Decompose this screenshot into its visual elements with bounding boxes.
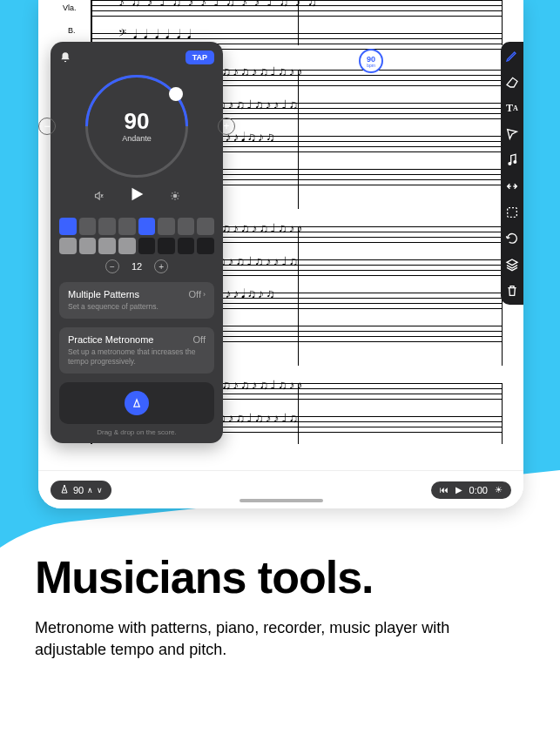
undo-icon[interactable] — [505, 232, 519, 246]
pattern-cell[interactable] — [118, 238, 136, 255]
option-description: Set up a metronome that increases the te… — [68, 347, 206, 367]
chevron-down-icon[interactable]: ∨ — [97, 486, 103, 495]
chevron-up-icon[interactable]: ∧ — [87, 486, 93, 495]
drop-hint: Drag & drop on the score. — [59, 428, 214, 436]
pattern-cell[interactable] — [158, 218, 175, 235]
metronome-drop-icon[interactable] — [125, 391, 149, 415]
option-title: Practice Metronome — [68, 334, 153, 345]
bpm-value: 90 — [122, 110, 152, 132]
tempo-decrease-button[interactable]: − — [38, 118, 56, 135]
pattern-cell[interactable] — [178, 238, 195, 255]
previous-icon[interactable]: ⏮ — [440, 485, 449, 495]
pattern-cell[interactable] — [197, 218, 214, 235]
pattern-count: 12 — [132, 261, 142, 272]
practice-metronome-row[interactable]: Practice Metronome Off Set up a metronom… — [59, 327, 214, 374]
instrument-label: Vla. — [63, 3, 77, 12]
svg-rect-2 — [508, 208, 517, 218]
metronome-icon — [59, 484, 70, 496]
bell-icon[interactable] — [59, 51, 71, 64]
pattern-cell[interactable] — [59, 218, 77, 235]
chevron-right-icon: › — [203, 290, 206, 299]
play-button[interactable] — [127, 185, 146, 209]
trash-icon[interactable] — [505, 284, 519, 298]
tempo-marker-bpm: 90 — [367, 55, 375, 64]
tempo-dial-knob[interactable] — [169, 87, 183, 101]
pattern-cell[interactable] — [118, 218, 136, 235]
option-title: Multiple Patterns — [68, 289, 139, 299]
player-control-pill[interactable]: ⏮ ▶ 0:00 ☀ — [431, 481, 511, 499]
flash-icon[interactable] — [169, 190, 181, 205]
option-value: Off — [189, 289, 201, 299]
multiple-patterns-row[interactable]: Multiple Patterns Off › Set a sequence o… — [59, 282, 214, 319]
tempo-increase-button[interactable]: + — [218, 118, 235, 135]
music-symbol-tool-icon[interactable] — [505, 153, 519, 167]
marketing-headline: Musicians tools. — [35, 554, 525, 602]
pattern-add-button[interactable]: + — [154, 259, 168, 273]
pattern-cell[interactable] — [138, 238, 156, 255]
beat-pattern-grid[interactable] — [59, 218, 214, 254]
layers-icon[interactable] — [505, 258, 519, 272]
pattern-cell[interactable] — [138, 218, 156, 235]
tap-tempo-button[interactable]: TAP — [186, 50, 214, 64]
pattern-cell[interactable] — [158, 238, 175, 255]
selection-tool-icon[interactable] — [505, 205, 519, 219]
pattern-cell[interactable] — [98, 218, 116, 235]
pattern-cell[interactable] — [79, 218, 97, 235]
metronome-panel: TAP − 90 Andante + — [51, 42, 223, 443]
option-description: Set a sequence of patterns. — [68, 302, 206, 312]
pen-tool-icon[interactable] — [505, 49, 519, 63]
tempo-marker[interactable]: 90 bpm — [359, 49, 383, 73]
tempo-dial[interactable]: 90 Andante — [80, 70, 193, 183]
tempo-value: 90 — [73, 485, 84, 495]
playback-time: 0:00 — [469, 485, 488, 495]
score-area[interactable]: Vla. B. ♪ ♫ ♪ ♩ ♫ ♪ ♪ ♩ ♫ ♪ ♪ ♩ ♫ ♪ ♫ 𝄢 … — [38, 0, 523, 470]
annotation-toolbar: TA — [501, 42, 523, 305]
pattern-remove-button[interactable]: − — [105, 259, 119, 273]
pattern-cell[interactable] — [178, 218, 195, 235]
svg-point-3 — [173, 194, 177, 198]
bottom-toolbar: 90 ∧ ∨ ⏮ ▶ 0:00 ☀ — [38, 470, 523, 508]
pattern-cell[interactable] — [98, 238, 116, 255]
drag-drop-widget[interactable] — [59, 382, 214, 424]
play-icon[interactable]: ▶ — [455, 485, 462, 495]
tempo-control-pill[interactable]: 90 ∧ ∨ — [51, 481, 111, 500]
pattern-cell[interactable] — [79, 238, 97, 255]
pattern-cell[interactable] — [197, 238, 214, 255]
svg-point-1 — [513, 160, 516, 164]
marketing-copy: Musicians tools. Metronome with patterns… — [35, 554, 525, 661]
mute-icon[interactable] — [92, 190, 105, 205]
instrument-label: B. — [68, 26, 76, 35]
shape-tool-icon[interactable] — [505, 127, 519, 141]
tempo-name: Andante — [122, 134, 152, 143]
brightness-icon[interactable]: ☀ — [495, 485, 503, 495]
tempo-marker-unit: bpm — [367, 64, 375, 68]
text-tool-icon[interactable]: TA — [505, 101, 519, 115]
app-screen: Vla. B. ♪ ♫ ♪ ♩ ♫ ♪ ♪ ♩ ♫ ♪ ♪ ♩ ♫ ♪ ♫ 𝄢 … — [38, 0, 523, 508]
pattern-cell[interactable] — [59, 238, 77, 255]
eraser-tool-icon[interactable] — [505, 75, 519, 89]
marketing-body: Metronome with patterns, piano, recorder… — [35, 617, 525, 661]
option-value: Off — [193, 334, 206, 345]
link-tool-icon[interactable] — [505, 179, 519, 193]
home-indicator — [240, 499, 323, 502]
